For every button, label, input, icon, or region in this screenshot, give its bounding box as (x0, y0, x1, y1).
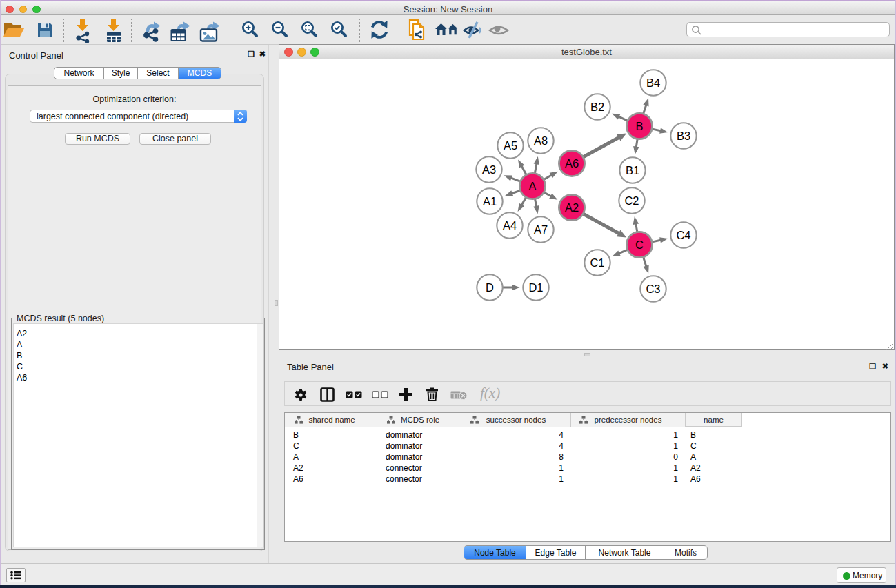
svg-text:A1: A1 (483, 195, 497, 207)
svg-text:B1: B1 (626, 164, 639, 176)
svg-text:A2: A2 (565, 201, 579, 214)
svg-text:A: A (528, 180, 536, 192)
svg-text:B4: B4 (646, 77, 660, 89)
svg-text:C2: C2 (624, 194, 639, 207)
svg-text:B3: B3 (677, 130, 690, 142)
svg-text:B2: B2 (590, 101, 604, 113)
svg-text:C3: C3 (646, 283, 660, 295)
svg-text:C1: C1 (590, 256, 604, 269)
svg-text:D: D (486, 281, 494, 294)
svg-text:D1: D1 (528, 281, 543, 294)
svg-text:B: B (635, 120, 643, 132)
svg-text:C: C (635, 239, 644, 251)
svg-text:A7: A7 (534, 223, 548, 236)
svg-text:A6: A6 (565, 157, 579, 170)
svg-text:A4: A4 (503, 219, 517, 232)
svg-text:A8: A8 (534, 134, 548, 147)
svg-text:A3: A3 (482, 163, 496, 176)
svg-text:C4: C4 (676, 229, 690, 241)
svg-text:A5: A5 (504, 139, 517, 152)
